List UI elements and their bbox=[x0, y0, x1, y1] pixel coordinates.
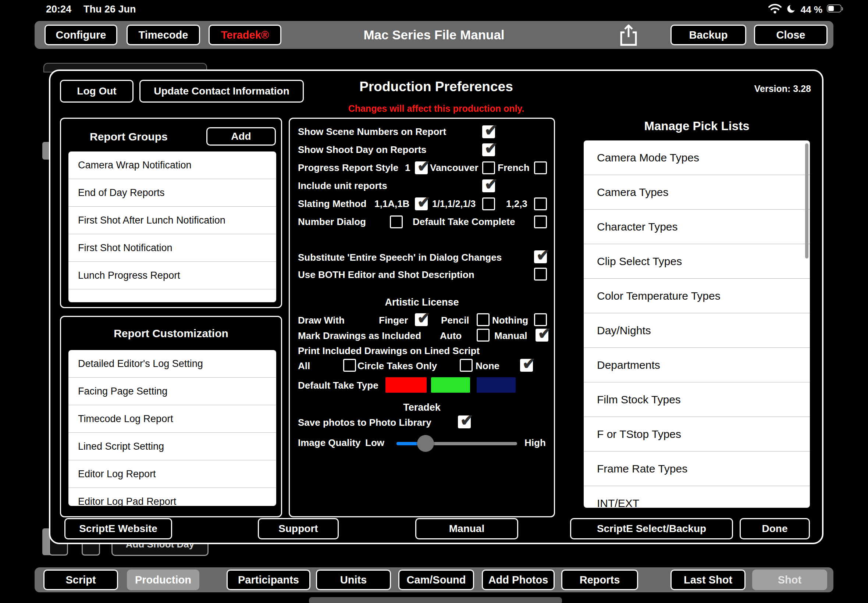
list-item[interactable]: Timecode Log Report bbox=[68, 405, 276, 433]
tab-units[interactable]: Units bbox=[316, 569, 391, 590]
artistic-license-heading: Artistic License bbox=[290, 297, 554, 308]
mark-manual-checkbox[interactable] bbox=[535, 329, 548, 342]
tab-cam-sound[interactable]: Cam/Sound bbox=[398, 569, 474, 590]
show-scene-numbers-checkbox[interactable] bbox=[482, 125, 495, 138]
print-all-checkbox[interactable] bbox=[343, 359, 356, 372]
report-customization-title: Report Customization bbox=[61, 327, 281, 340]
list-item[interactable]: Lunch Progress Report bbox=[68, 262, 276, 289]
list-item[interactable]: Editor Log Report bbox=[68, 460, 276, 488]
share-icon[interactable] bbox=[618, 24, 639, 48]
list-item[interactable]: End of Day Reports bbox=[68, 179, 276, 207]
status-date: Thu 26 Jun bbox=[84, 4, 136, 15]
tab-add-photos[interactable]: Add Photos bbox=[482, 569, 555, 590]
image-quality-high-label: High bbox=[525, 437, 546, 448]
list-item[interactable]: Day/Nights bbox=[584, 313, 810, 348]
list-item[interactable]: Clip Select Types bbox=[584, 244, 810, 279]
list-item[interactable]: Character Types bbox=[584, 210, 810, 244]
dialog-title: Production Preferences bbox=[50, 79, 822, 94]
list-item[interactable]: First Shot Notification bbox=[68, 234, 276, 262]
add-report-group-button[interactable]: Add bbox=[206, 127, 276, 145]
list-item[interactable]: Film Stock Types bbox=[584, 382, 810, 417]
number-dialog-label: Number Dialog bbox=[298, 216, 366, 227]
draw-finger-checkbox[interactable] bbox=[415, 313, 428, 326]
show-shoot-day-checkbox[interactable] bbox=[482, 144, 495, 156]
draw-pencil-label: Pencil bbox=[441, 315, 469, 326]
teradek-heading: Teradek bbox=[290, 402, 554, 413]
scripte-website-button[interactable]: ScriptE Website bbox=[64, 518, 172, 540]
status-bar: 20:24 Thu 26 Jun 44 % bbox=[0, 0, 868, 19]
mark-manual-label: Manual bbox=[494, 330, 528, 342]
warning-text: Changes will affect this production only… bbox=[50, 103, 822, 114]
tab-participants[interactable]: Participants bbox=[227, 569, 310, 590]
slating-2-checkbox[interactable] bbox=[482, 198, 495, 210]
include-unit-reports-checkbox[interactable] bbox=[482, 179, 495, 192]
tab-shot[interactable]: Shot bbox=[752, 569, 827, 590]
report-groups-list: Camera Wrap NotificationEnd of Day Repor… bbox=[68, 152, 276, 302]
support-button[interactable]: Support bbox=[258, 518, 339, 540]
list-item[interactable]: Editor Log Pad Report bbox=[68, 488, 276, 506]
manage-pick-lists-title: Manage Pick Lists bbox=[584, 119, 810, 133]
print-none-label: None bbox=[475, 360, 500, 372]
manual-button[interactable]: Manual bbox=[415, 518, 518, 540]
list-item[interactable]: First Shot After Lunch Notification bbox=[68, 207, 276, 234]
image-quality-thumb[interactable] bbox=[417, 435, 434, 452]
list-item[interactable]: Frame Rate Types bbox=[584, 451, 810, 486]
list-item[interactable]: Lined Script Setting bbox=[68, 433, 276, 460]
list-item[interactable]: Camera Wrap Notification bbox=[68, 152, 276, 179]
list-item[interactable]: Departments bbox=[584, 348, 810, 382]
backup-button[interactable]: Backup bbox=[670, 25, 746, 45]
use-both-editor-shot-checkbox[interactable] bbox=[534, 267, 547, 281]
image-quality-slider[interactable] bbox=[396, 442, 517, 445]
draw-finger-label: Finger bbox=[379, 315, 408, 326]
draw-with-label: Draw With bbox=[298, 315, 345, 326]
print-circle-takes-label: Circle Takes Only bbox=[357, 360, 437, 372]
version-label: Version: 3.28 bbox=[754, 83, 811, 94]
progress-style-vancouver-checkbox[interactable] bbox=[482, 161, 495, 174]
list-item[interactable]: Camera Mode Types bbox=[584, 141, 810, 175]
slating-method-label: Slating Method bbox=[298, 198, 366, 210]
draw-pencil-checkbox[interactable] bbox=[477, 313, 489, 326]
list-item[interactable]: Detailed Editor's Log Setting bbox=[68, 350, 276, 377]
number-dialog-checkbox[interactable] bbox=[390, 215, 403, 228]
slating-1-checkbox[interactable] bbox=[415, 198, 428, 210]
mark-auto-checkbox[interactable] bbox=[477, 329, 489, 342]
default-take-complete-checkbox[interactable] bbox=[534, 215, 547, 228]
report-groups-panel: Report Groups Add Camera Wrap Notificati… bbox=[60, 118, 282, 308]
progress-style-french-checkbox[interactable] bbox=[534, 161, 547, 174]
print-all-label: All bbox=[298, 360, 310, 372]
close-button[interactable]: Close bbox=[754, 25, 828, 45]
pick-lists-list: Camera Mode TypesCamera TypesCharacter T… bbox=[584, 141, 810, 508]
list-item[interactable]: Camera Types bbox=[584, 175, 810, 210]
image-quality-low-label: Low bbox=[365, 437, 384, 448]
progress-style-french-label: French bbox=[498, 162, 530, 173]
take-type-red-swatch[interactable] bbox=[385, 377, 427, 393]
list-item[interactable]: Facing Page Setting bbox=[68, 377, 276, 405]
home-indicator bbox=[309, 597, 562, 603]
preferences-panel: Show Scene Numbers on Report Show Shoot … bbox=[289, 118, 555, 517]
progress-style-1-checkbox[interactable] bbox=[415, 161, 428, 174]
list-item[interactable]: INT/EXT bbox=[584, 486, 810, 508]
battery-icon bbox=[827, 5, 844, 15]
progress-style-vancouver-label: Vancouver bbox=[430, 162, 478, 173]
print-drawings-label: Print Included Drawings on Lined Script bbox=[298, 345, 480, 357]
print-none-checkbox[interactable] bbox=[520, 359, 533, 372]
take-type-green-swatch[interactable] bbox=[431, 377, 470, 393]
slating-3-checkbox[interactable] bbox=[534, 198, 547, 210]
progress-style-1-label: 1 bbox=[405, 162, 410, 173]
substitute-entire-speech-checkbox[interactable] bbox=[534, 250, 547, 263]
take-type-navy-swatch[interactable] bbox=[477, 377, 516, 393]
tab-last-shot[interactable]: Last Shot bbox=[670, 569, 746, 590]
tab-production[interactable]: Production bbox=[127, 569, 200, 590]
tab-script[interactable]: Script bbox=[43, 569, 118, 590]
battery-percentage: 44 % bbox=[801, 4, 822, 15]
tab-reports[interactable]: Reports bbox=[561, 569, 638, 590]
pick-lists-scrollbar[interactable] bbox=[805, 144, 808, 258]
print-circle-takes-checkbox[interactable] bbox=[460, 359, 473, 372]
save-photos-checkbox[interactable] bbox=[458, 416, 471, 428]
scripte-select-backup-button[interactable]: ScriptE Select/Backup bbox=[570, 518, 733, 540]
list-item[interactable]: Color Temperature Types bbox=[584, 279, 810, 313]
done-button[interactable]: Done bbox=[740, 518, 810, 540]
list-item[interactable]: F or TStop Types bbox=[584, 417, 810, 451]
image-quality-label: Image Quality bbox=[298, 437, 361, 448]
substitute-entire-speech-label: Substitute 'Entire Speech' in Dialog Cha… bbox=[298, 252, 502, 263]
